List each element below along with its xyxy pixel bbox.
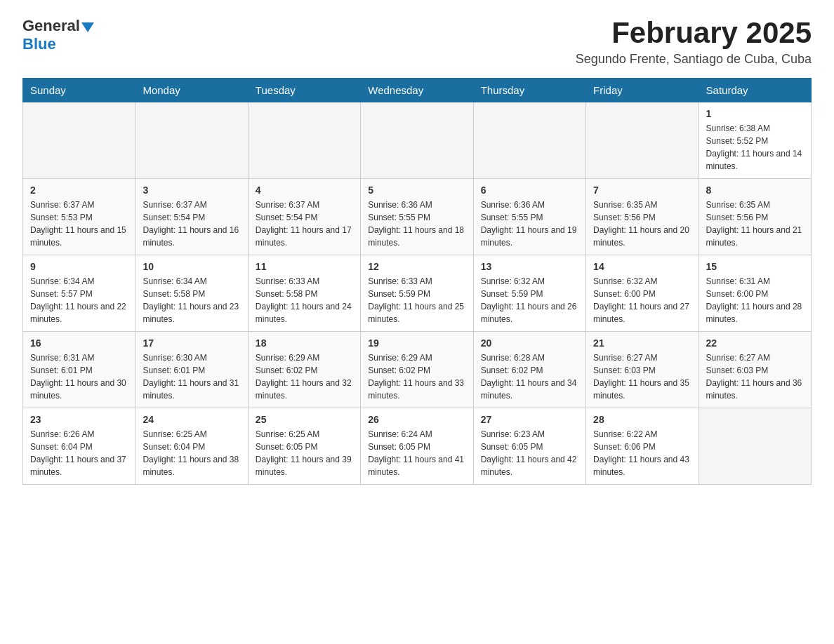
day-of-week-header: Tuesday	[248, 79, 360, 102]
calendar-cell	[23, 102, 135, 179]
calendar-table: SundayMondayTuesdayWednesdayThursdayFrid…	[22, 78, 812, 485]
day-number: 3	[143, 185, 240, 196]
calendar-cell: 23Sunrise: 6:26 AMSunset: 6:04 PMDayligh…	[23, 408, 135, 485]
day-info: Sunrise: 6:33 AMSunset: 5:58 PMDaylight:…	[256, 275, 353, 326]
day-number: 23	[30, 414, 128, 425]
day-info: Sunrise: 6:33 AMSunset: 5:59 PMDaylight:…	[368, 275, 465, 326]
day-number: 7	[593, 185, 691, 196]
calendar-week-row: 1Sunrise: 6:38 AMSunset: 5:52 PMDaylight…	[23, 102, 812, 179]
logo-arrow-icon	[81, 22, 94, 32]
calendar-cell: 15Sunrise: 6:31 AMSunset: 6:00 PMDayligh…	[699, 255, 811, 332]
calendar-cell: 9Sunrise: 6:34 AMSunset: 5:57 PMDaylight…	[23, 255, 135, 332]
day-info: Sunrise: 6:37 AMSunset: 5:53 PMDaylight:…	[30, 199, 128, 249]
title-block: February 2025 Segundo Frente, Santiago d…	[576, 17, 812, 67]
calendar-cell: 16Sunrise: 6:31 AMSunset: 6:01 PMDayligh…	[23, 332, 135, 408]
day-info: Sunrise: 6:31 AMSunset: 6:01 PMDaylight:…	[30, 351, 128, 402]
day-number: 28	[593, 414, 691, 425]
calendar-cell: 6Sunrise: 6:36 AMSunset: 5:55 PMDaylight…	[473, 179, 585, 255]
day-number: 27	[481, 414, 578, 425]
day-info: Sunrise: 6:38 AMSunset: 5:52 PMDaylight:…	[706, 122, 804, 173]
day-info: Sunrise: 6:37 AMSunset: 5:54 PMDaylight:…	[143, 199, 240, 249]
calendar-cell: 20Sunrise: 6:28 AMSunset: 6:02 PMDayligh…	[473, 332, 585, 408]
day-of-week-header: Sunday	[23, 79, 135, 102]
calendar-header: SundayMondayTuesdayWednesdayThursdayFrid…	[23, 79, 812, 102]
calendar-cell: 2Sunrise: 6:37 AMSunset: 5:53 PMDaylight…	[23, 179, 135, 255]
calendar-cell: 17Sunrise: 6:30 AMSunset: 6:01 PMDayligh…	[135, 332, 248, 408]
day-info: Sunrise: 6:29 AMSunset: 6:02 PMDaylight:…	[368, 351, 465, 402]
day-number: 5	[368, 185, 465, 196]
day-number: 15	[706, 261, 804, 272]
day-info: Sunrise: 6:30 AMSunset: 6:01 PMDaylight:…	[143, 351, 240, 402]
day-info: Sunrise: 6:37 AMSunset: 5:54 PMDaylight:…	[256, 199, 353, 249]
calendar-cell: 24Sunrise: 6:25 AMSunset: 6:04 PMDayligh…	[135, 408, 248, 485]
day-of-week-header: Friday	[586, 79, 699, 102]
day-number: 17	[143, 337, 240, 349]
day-info: Sunrise: 6:35 AMSunset: 5:56 PMDaylight:…	[706, 199, 804, 249]
day-info: Sunrise: 6:34 AMSunset: 5:57 PMDaylight:…	[30, 275, 128, 326]
day-number: 14	[593, 261, 691, 272]
calendar-cell: 4Sunrise: 6:37 AMSunset: 5:54 PMDaylight…	[248, 179, 360, 255]
calendar-cell	[586, 102, 699, 179]
calendar-cell: 21Sunrise: 6:27 AMSunset: 6:03 PMDayligh…	[586, 332, 699, 408]
day-number: 24	[143, 414, 240, 425]
day-number: 2	[30, 185, 128, 196]
day-number: 21	[593, 337, 691, 349]
day-number: 1	[706, 108, 804, 119]
day-number: 12	[368, 261, 465, 272]
calendar-cell: 25Sunrise: 6:25 AMSunset: 6:05 PMDayligh…	[248, 408, 360, 485]
logo-blue-text: Blue	[22, 35, 56, 53]
calendar-cell	[699, 408, 811, 485]
day-number: 18	[256, 337, 353, 349]
calendar-cell: 14Sunrise: 6:32 AMSunset: 6:00 PMDayligh…	[586, 255, 699, 332]
day-info: Sunrise: 6:27 AMSunset: 6:03 PMDaylight:…	[593, 351, 691, 402]
day-info: Sunrise: 6:23 AMSunset: 6:05 PMDaylight:…	[481, 428, 578, 478]
day-of-week-header: Wednesday	[361, 79, 473, 102]
day-number: 16	[30, 337, 128, 349]
day-of-week-header: Saturday	[699, 79, 811, 102]
day-info: Sunrise: 6:22 AMSunset: 6:06 PMDaylight:…	[593, 428, 691, 478]
calendar-cell: 27Sunrise: 6:23 AMSunset: 6:05 PMDayligh…	[473, 408, 585, 485]
day-info: Sunrise: 6:34 AMSunset: 5:58 PMDaylight:…	[143, 275, 240, 326]
calendar-cell: 7Sunrise: 6:35 AMSunset: 5:56 PMDaylight…	[586, 179, 699, 255]
month-title: February 2025	[576, 17, 812, 49]
day-info: Sunrise: 6:28 AMSunset: 6:02 PMDaylight:…	[481, 351, 578, 402]
day-info: Sunrise: 6:35 AMSunset: 5:56 PMDaylight:…	[593, 199, 691, 249]
location-subtitle: Segundo Frente, Santiago de Cuba, Cuba	[576, 52, 812, 67]
day-info: Sunrise: 6:25 AMSunset: 6:05 PMDaylight:…	[256, 428, 353, 478]
logo-general-text: General	[22, 17, 80, 35]
day-info: Sunrise: 6:36 AMSunset: 5:55 PMDaylight:…	[481, 199, 578, 249]
calendar-cell: 5Sunrise: 6:36 AMSunset: 5:55 PMDaylight…	[361, 179, 473, 255]
calendar-cell: 18Sunrise: 6:29 AMSunset: 6:02 PMDayligh…	[248, 332, 360, 408]
day-number: 25	[256, 414, 353, 425]
calendar-cell: 26Sunrise: 6:24 AMSunset: 6:05 PMDayligh…	[361, 408, 473, 485]
day-info: Sunrise: 6:32 AMSunset: 5:59 PMDaylight:…	[481, 275, 578, 326]
day-info: Sunrise: 6:24 AMSunset: 6:05 PMDaylight:…	[368, 428, 465, 478]
day-info: Sunrise: 6:26 AMSunset: 6:04 PMDaylight:…	[30, 428, 128, 478]
calendar-week-row: 2Sunrise: 6:37 AMSunset: 5:53 PMDaylight…	[23, 179, 812, 255]
day-number: 9	[30, 261, 128, 272]
calendar-week-row: 9Sunrise: 6:34 AMSunset: 5:57 PMDaylight…	[23, 255, 812, 332]
calendar-cell: 10Sunrise: 6:34 AMSunset: 5:58 PMDayligh…	[135, 255, 248, 332]
page-header: General Blue February 2025 Segundo Frent…	[22, 17, 812, 67]
calendar-week-row: 16Sunrise: 6:31 AMSunset: 6:01 PMDayligh…	[23, 332, 812, 408]
day-number: 8	[706, 185, 804, 196]
day-number: 26	[368, 414, 465, 425]
logo: General Blue	[22, 17, 94, 53]
calendar-cell	[248, 102, 360, 179]
calendar-cell: 8Sunrise: 6:35 AMSunset: 5:56 PMDaylight…	[699, 179, 811, 255]
calendar-cell	[473, 102, 585, 179]
day-number: 13	[481, 261, 578, 272]
calendar-week-row: 23Sunrise: 6:26 AMSunset: 6:04 PMDayligh…	[23, 408, 812, 485]
day-info: Sunrise: 6:25 AMSunset: 6:04 PMDaylight:…	[143, 428, 240, 478]
calendar-cell	[361, 102, 473, 179]
day-number: 10	[143, 261, 240, 272]
calendar-cell: 12Sunrise: 6:33 AMSunset: 5:59 PMDayligh…	[361, 255, 473, 332]
day-number: 11	[256, 261, 353, 272]
day-of-week-header: Thursday	[473, 79, 585, 102]
day-info: Sunrise: 6:32 AMSunset: 6:00 PMDaylight:…	[593, 275, 691, 326]
day-info: Sunrise: 6:31 AMSunset: 6:00 PMDaylight:…	[706, 275, 804, 326]
calendar-cell: 19Sunrise: 6:29 AMSunset: 6:02 PMDayligh…	[361, 332, 473, 408]
calendar-cell: 3Sunrise: 6:37 AMSunset: 5:54 PMDaylight…	[135, 179, 248, 255]
day-info: Sunrise: 6:27 AMSunset: 6:03 PMDaylight:…	[706, 351, 804, 402]
calendar-cell: 22Sunrise: 6:27 AMSunset: 6:03 PMDayligh…	[699, 332, 811, 408]
